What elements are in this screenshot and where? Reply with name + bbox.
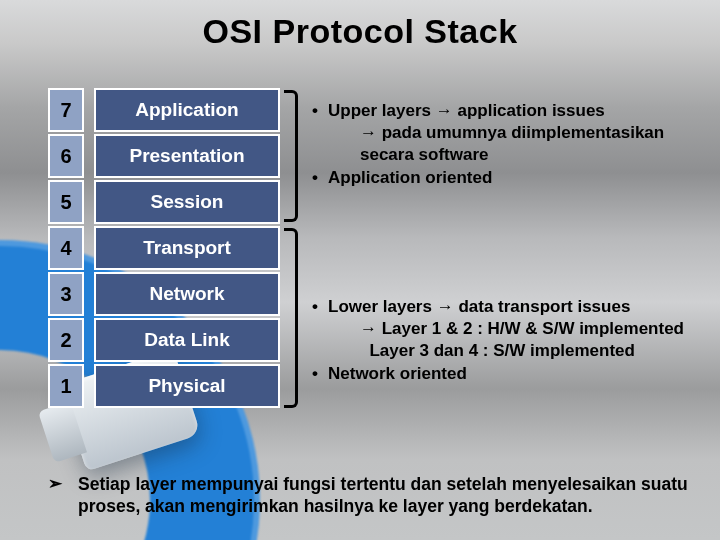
layer-row: 1Physical bbox=[48, 364, 280, 408]
layer-row: 5Session bbox=[48, 180, 280, 224]
osi-stack: 7Application 6Presentation 5Session 4Tra… bbox=[48, 88, 280, 410]
layer-name: Network bbox=[94, 272, 280, 316]
layer-name: Transport bbox=[94, 226, 280, 270]
chevron-right-icon: ➢ bbox=[48, 473, 78, 519]
layer-row: 7Application bbox=[48, 88, 280, 132]
bracket-upper bbox=[284, 90, 298, 222]
layer-name: Presentation bbox=[94, 134, 280, 178]
slide-title: OSI Protocol Stack bbox=[0, 12, 720, 51]
layer-row: 2Data Link bbox=[48, 318, 280, 362]
bracket-lower bbox=[284, 228, 298, 408]
note-line: Upper layers → application issues → pada… bbox=[312, 100, 704, 165]
layer-number: 7 bbox=[48, 88, 84, 132]
layer-name: Session bbox=[94, 180, 280, 224]
lower-notes: Lower layers → data transport issues → L… bbox=[312, 296, 704, 387]
layer-row: 3Network bbox=[48, 272, 280, 316]
layer-name: Data Link bbox=[94, 318, 280, 362]
layer-number: 5 bbox=[48, 180, 84, 224]
note-line: Network oriented bbox=[312, 363, 704, 385]
layer-row: 4Transport bbox=[48, 226, 280, 270]
upper-notes: Upper layers → application issues → pada… bbox=[312, 100, 704, 191]
layer-number: 6 bbox=[48, 134, 84, 178]
note-line: Application oriented bbox=[312, 167, 704, 189]
layer-number: 1 bbox=[48, 364, 84, 408]
note-line: Lower layers → data transport issues → L… bbox=[312, 296, 704, 361]
layer-name: Application bbox=[94, 88, 280, 132]
footer-text: Setiap layer mempunyai fungsi tertentu d… bbox=[78, 473, 694, 519]
footer-note: ➢ Setiap layer mempunyai fungsi tertentu… bbox=[48, 473, 694, 519]
layer-number: 4 bbox=[48, 226, 84, 270]
layer-row: 6Presentation bbox=[48, 134, 280, 178]
layer-number: 2 bbox=[48, 318, 84, 362]
layer-number: 3 bbox=[48, 272, 84, 316]
layer-name: Physical bbox=[94, 364, 280, 408]
